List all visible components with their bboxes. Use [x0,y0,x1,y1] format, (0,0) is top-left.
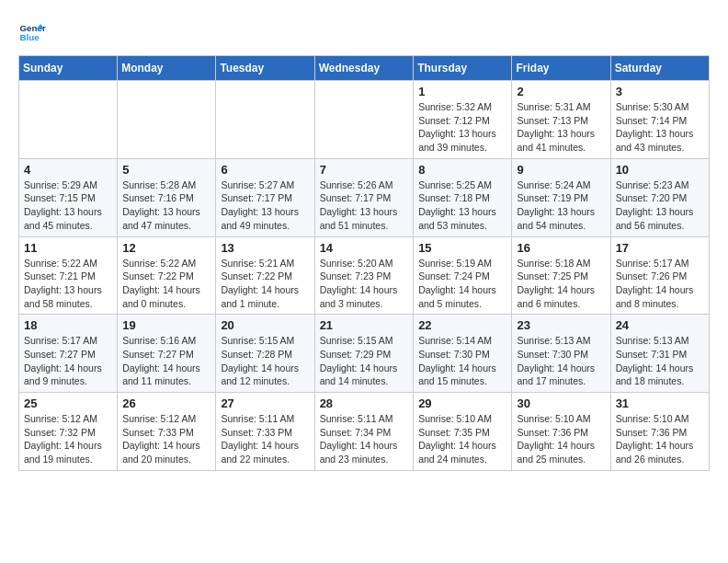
day-number: 18 [24,318,112,332]
cell-content: Sunrise: 5:26 AM Sunset: 7:17 PM Dayligh… [320,178,409,233]
day-cell: 5Sunrise: 5:28 AM Sunset: 7:16 PM Daylig… [118,158,216,236]
day-cell: 28Sunrise: 5:11 AM Sunset: 7:34 PM Dayli… [314,393,414,471]
day-cell: 20Sunrise: 5:15 AM Sunset: 7:28 PM Dayli… [216,315,314,393]
day-number: 26 [122,396,210,410]
cell-content: Sunrise: 5:27 AM Sunset: 7:17 PM Dayligh… [221,178,309,233]
day-cell: 27Sunrise: 5:11 AM Sunset: 7:33 PM Dayli… [216,393,314,471]
day-cell: 4Sunrise: 5:29 AM Sunset: 7:15 PM Daylig… [19,158,118,236]
calendar-table: SundayMondayTuesdayWednesdayThursdayFrid… [18,55,710,471]
cell-content: Sunrise: 5:11 AM Sunset: 7:33 PM Dayligh… [221,412,309,466]
day-cell: 1Sunrise: 5:32 AM Sunset: 7:12 PM Daylig… [414,81,512,159]
day-number: 19 [122,318,210,332]
day-header-friday: Friday [512,56,610,81]
day-number: 3 [616,85,704,98]
cell-content: Sunrise: 5:11 AM Sunset: 7:34 PM Dayligh… [320,412,409,466]
day-cell: 3Sunrise: 5:30 AM Sunset: 7:14 PM Daylig… [610,81,709,159]
day-number: 8 [418,163,506,177]
day-header-wednesday: Wednesday [314,56,414,81]
day-cell [19,81,118,159]
day-number: 25 [24,396,112,410]
logo: General Blue [18,18,50,46]
cell-content: Sunrise: 5:30 AM Sunset: 7:14 PM Dayligh… [616,100,704,155]
day-number: 29 [418,396,506,410]
day-cell: 15Sunrise: 5:19 AM Sunset: 7:24 PM Dayli… [414,236,512,315]
day-number: 2 [517,85,605,98]
cell-content: Sunrise: 5:32 AM Sunset: 7:12 PM Dayligh… [418,100,506,155]
cell-content: Sunrise: 5:22 AM Sunset: 7:22 PM Dayligh… [122,257,210,311]
day-number: 13 [221,241,309,255]
day-number: 7 [320,163,409,177]
day-number: 30 [517,396,605,410]
day-number: 31 [616,396,704,410]
day-cell: 11Sunrise: 5:22 AM Sunset: 7:21 PM Dayli… [19,236,118,315]
cell-content: Sunrise: 5:13 AM Sunset: 7:30 PM Dayligh… [517,334,605,388]
day-number: 23 [517,318,605,332]
day-header-saturday: Saturday [610,56,709,81]
cell-content: Sunrise: 5:18 AM Sunset: 7:25 PM Dayligh… [517,257,605,311]
week-row-2: 4Sunrise: 5:29 AM Sunset: 7:15 PM Daylig… [19,158,710,236]
day-cell: 6Sunrise: 5:27 AM Sunset: 7:17 PM Daylig… [216,158,314,236]
day-number: 20 [221,318,309,332]
cell-content: Sunrise: 5:17 AM Sunset: 7:26 PM Dayligh… [616,257,704,311]
day-number: 27 [221,396,309,410]
day-cell: 14Sunrise: 5:20 AM Sunset: 7:23 PM Dayli… [314,236,414,315]
day-header-monday: Monday [118,56,216,81]
week-row-3: 11Sunrise: 5:22 AM Sunset: 7:21 PM Dayli… [19,236,710,315]
day-number: 14 [320,241,409,255]
day-number: 1 [418,85,506,98]
cell-content: Sunrise: 5:22 AM Sunset: 7:21 PM Dayligh… [24,257,112,311]
cell-content: Sunrise: 5:17 AM Sunset: 7:27 PM Dayligh… [24,334,112,388]
cell-content: Sunrise: 5:15 AM Sunset: 7:28 PM Dayligh… [221,334,309,388]
cell-content: Sunrise: 5:24 AM Sunset: 7:19 PM Dayligh… [517,178,605,233]
day-cell: 21Sunrise: 5:15 AM Sunset: 7:29 PM Dayli… [314,315,414,393]
header: General Blue [18,18,710,46]
day-cell: 17Sunrise: 5:17 AM Sunset: 7:26 PM Dayli… [610,236,709,315]
day-number: 17 [616,241,704,255]
day-cell: 10Sunrise: 5:23 AM Sunset: 7:20 PM Dayli… [610,158,709,236]
cell-content: Sunrise: 5:23 AM Sunset: 7:20 PM Dayligh… [616,178,704,233]
day-cell: 24Sunrise: 5:13 AM Sunset: 7:31 PM Dayli… [610,315,709,393]
day-number: 21 [320,318,409,332]
day-cell: 16Sunrise: 5:18 AM Sunset: 7:25 PM Dayli… [512,236,610,315]
day-cell: 13Sunrise: 5:21 AM Sunset: 7:22 PM Dayli… [216,236,314,315]
day-number: 5 [122,163,210,177]
day-cell: 9Sunrise: 5:24 AM Sunset: 7:19 PM Daylig… [512,158,610,236]
cell-content: Sunrise: 5:12 AM Sunset: 7:33 PM Dayligh… [122,412,210,466]
day-number: 16 [517,241,605,255]
cell-content: Sunrise: 5:13 AM Sunset: 7:31 PM Dayligh… [616,334,704,388]
day-number: 10 [616,163,704,177]
days-header-row: SundayMondayTuesdayWednesdayThursdayFrid… [19,56,710,81]
day-cell: 18Sunrise: 5:17 AM Sunset: 7:27 PM Dayli… [19,315,118,393]
day-number: 15 [418,241,506,255]
day-cell: 7Sunrise: 5:26 AM Sunset: 7:17 PM Daylig… [314,158,414,236]
day-cell: 26Sunrise: 5:12 AM Sunset: 7:33 PM Dayli… [118,393,216,471]
cell-content: Sunrise: 5:14 AM Sunset: 7:30 PM Dayligh… [418,334,506,388]
cell-content: Sunrise: 5:10 AM Sunset: 7:36 PM Dayligh… [517,412,605,466]
cell-content: Sunrise: 5:10 AM Sunset: 7:36 PM Dayligh… [616,412,704,466]
cell-content: Sunrise: 5:19 AM Sunset: 7:24 PM Dayligh… [418,257,506,311]
day-number: 24 [616,318,704,332]
cell-content: Sunrise: 5:10 AM Sunset: 7:35 PM Dayligh… [418,412,506,466]
svg-text:Blue: Blue [20,32,40,42]
cell-content: Sunrise: 5:25 AM Sunset: 7:18 PM Dayligh… [418,178,506,233]
day-cell: 2Sunrise: 5:31 AM Sunset: 7:13 PM Daylig… [512,81,610,159]
day-number: 4 [24,163,112,177]
day-cell [118,81,216,159]
day-cell [216,81,314,159]
week-row-4: 18Sunrise: 5:17 AM Sunset: 7:27 PM Dayli… [19,315,710,393]
day-cell: 12Sunrise: 5:22 AM Sunset: 7:22 PM Dayli… [118,236,216,315]
day-number: 11 [24,241,112,255]
logo-icon: General Blue [18,18,46,46]
day-cell: 22Sunrise: 5:14 AM Sunset: 7:30 PM Dayli… [414,315,512,393]
day-cell [314,81,414,159]
day-header-tuesday: Tuesday [216,56,314,81]
cell-content: Sunrise: 5:29 AM Sunset: 7:15 PM Dayligh… [24,178,112,233]
day-cell: 19Sunrise: 5:16 AM Sunset: 7:27 PM Dayli… [118,315,216,393]
cell-content: Sunrise: 5:31 AM Sunset: 7:13 PM Dayligh… [517,100,605,155]
day-number: 22 [418,318,506,332]
cell-content: Sunrise: 5:12 AM Sunset: 7:32 PM Dayligh… [24,412,112,466]
cell-content: Sunrise: 5:16 AM Sunset: 7:27 PM Dayligh… [122,334,210,388]
day-cell: 29Sunrise: 5:10 AM Sunset: 7:35 PM Dayli… [414,393,512,471]
day-cell: 8Sunrise: 5:25 AM Sunset: 7:18 PM Daylig… [414,158,512,236]
day-number: 6 [221,163,309,177]
